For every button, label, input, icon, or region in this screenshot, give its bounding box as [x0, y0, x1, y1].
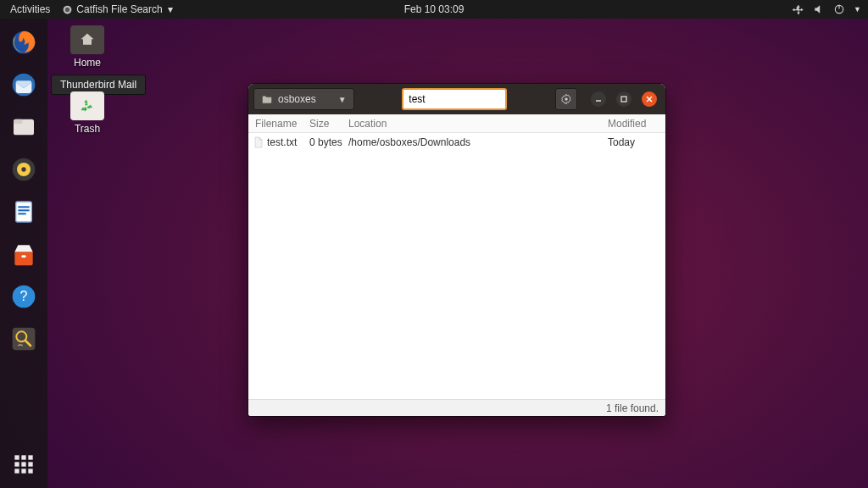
svg-rect-7: [14, 119, 23, 124]
top-bar: Activities Catfish File Search ▾ Feb 10 …: [0, 0, 868, 19]
svg-text:?: ?: [20, 289, 28, 303]
chevron-down-icon: ▾: [168, 3, 173, 15]
search-input[interactable]: [409, 93, 536, 105]
svg-rect-28: [21, 469, 25, 473]
volume-icon[interactable]: [813, 3, 825, 15]
column-size[interactable]: Size: [309, 118, 348, 130]
column-filename[interactable]: Filename: [248, 118, 309, 130]
file-icon: [253, 136, 264, 148]
catfish-window: osboxes ▼ Filename Size Location: [248, 84, 665, 416]
desktop-icon-label: Home: [74, 57, 101, 69]
path-selector[interactable]: osboxes ▼: [253, 88, 354, 110]
window-titlebar[interactable]: osboxes ▼: [248, 84, 665, 114]
svg-rect-15: [21, 255, 25, 258]
search-field[interactable]: [402, 88, 507, 110]
svg-rect-22: [21, 455, 25, 459]
svg-rect-25: [21, 462, 25, 466]
window-maximize[interactable]: [616, 92, 632, 107]
clock[interactable]: Feb 10 03:09: [404, 3, 465, 15]
status-text: 1 file found.: [606, 402, 659, 414]
dock-files[interactable]: [5, 108, 42, 146]
app-menu-label: Catfish File Search: [76, 3, 162, 15]
svg-rect-26: [28, 462, 32, 466]
svg-rect-23: [28, 455, 32, 459]
launcher-dock: ?: [0, 19, 47, 488]
chevron-down-icon: ▼: [338, 95, 347, 104]
svg-rect-24: [14, 462, 19, 466]
power-icon[interactable]: [833, 3, 845, 15]
svg-rect-14: [18, 213, 25, 214]
svg-rect-11: [16, 202, 32, 222]
folder-icon: [261, 93, 273, 105]
network-icon[interactable]: [793, 3, 804, 15]
window-close[interactable]: [642, 92, 657, 107]
gear-icon: [560, 93, 572, 105]
dock-libreoffice-writer[interactable]: [5, 193, 42, 230]
settings-button[interactable]: [555, 88, 577, 110]
recycle-icon: [80, 98, 95, 114]
column-location[interactable]: Location: [348, 118, 608, 130]
catfish-icon: [62, 4, 73, 15]
svg-rect-13: [18, 209, 29, 211]
svg-rect-34: [621, 97, 626, 102]
dock-help[interactable]: ?: [5, 278, 42, 315]
desktop: Activities Catfish File Search ▾ Feb 10 …: [0, 0, 868, 488]
app-menu[interactable]: Catfish File Search ▾: [62, 3, 172, 15]
cell-filename: test.txt: [267, 136, 297, 148]
cell-location: /home/osboxes/Downloads: [348, 136, 608, 148]
svg-rect-27: [14, 469, 19, 473]
svg-point-32: [565, 97, 568, 101]
dock-software[interactable]: [5, 236, 42, 273]
cell-size: 0 bytes: [309, 136, 348, 148]
table-row[interactable]: test.txt 0 bytes /home/osboxes/Downloads…: [248, 133, 665, 150]
column-modified[interactable]: Modified: [608, 118, 665, 130]
dock-catfish[interactable]: [5, 320, 42, 358]
home-icon: [79, 31, 96, 48]
desktop-icon-trash[interactable]: Trash: [59, 92, 115, 135]
svg-point-1: [65, 7, 70, 11]
dock-thunderbird[interactable]: [5, 66, 42, 103]
chevron-down-icon[interactable]: ▼: [854, 5, 861, 14]
status-bar: 1 file found.: [248, 399, 665, 416]
svg-point-10: [21, 167, 25, 171]
desktop-icon-home[interactable]: Home: [59, 25, 115, 69]
svg-rect-29: [28, 469, 32, 473]
cell-modified: Today: [608, 136, 665, 148]
activities-button[interactable]: Activities: [10, 3, 50, 15]
svg-rect-12: [18, 206, 29, 208]
desktop-icon-label: Trash: [75, 123, 100, 135]
show-applications[interactable]: [5, 446, 42, 483]
window-minimize[interactable]: [591, 92, 606, 107]
svg-rect-21: [14, 455, 19, 459]
path-label: osboxes: [278, 93, 316, 105]
svg-rect-3: [838, 5, 839, 9]
svg-rect-18: [13, 328, 36, 351]
dock-rhythmbox[interactable]: [5, 151, 42, 188]
results-header[interactable]: Filename Size Location Modified: [248, 114, 665, 133]
dock-firefox[interactable]: [5, 24, 42, 61]
results-list: test.txt 0 bytes /home/osboxes/Downloads…: [248, 133, 665, 399]
